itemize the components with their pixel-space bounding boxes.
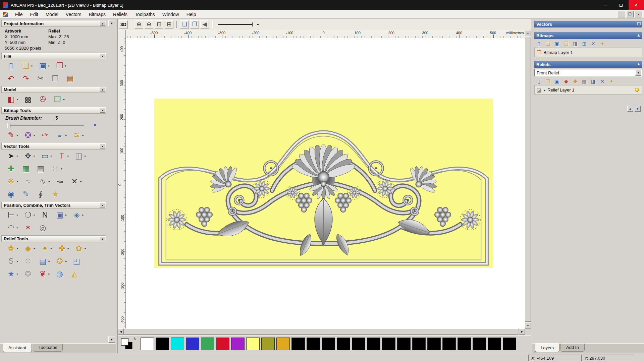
- paint-flyout-arrow[interactable]: ▸: [17, 133, 18, 137]
- scroll-up-arrow[interactable]: ▲: [525, 30, 531, 36]
- block-copy-icon[interactable]: ✚: [6, 164, 16, 173]
- texture-paint-icon[interactable]: ≋: [72, 130, 82, 140]
- create-text-flyout-arrow[interactable]: ▸: [68, 154, 69, 158]
- smooth-polyline-icon[interactable]: ≈: [23, 177, 33, 186]
- dropdown-arrow-icon[interactable]: ▼: [635, 70, 641, 76]
- weld-vectors-icon[interactable]: ◈: [72, 210, 82, 220]
- copy-bitmap-icon[interactable]: ❐: [563, 40, 570, 47]
- model-from-image-icon[interactable]: ❒: [53, 95, 63, 104]
- foreground-colour[interactable]: [121, 338, 128, 346]
- bitmaps-collapse-icon[interactable]: ▲: [637, 33, 641, 38]
- star-wizard-flyout-arrow[interactable]: ▸: [17, 272, 18, 276]
- tab-assistant[interactable]: Assistant: [3, 344, 32, 352]
- menu-reliefs[interactable]: Reliefs: [109, 10, 131, 18]
- open-model-flyout-arrow[interactable]: ▸: [32, 64, 33, 67]
- copy-vectors-icon[interactable]: ❐: [50, 74, 60, 83]
- slider-thumb[interactable]: [7, 123, 10, 128]
- array-copy-flyout-arrow[interactable]: ▸: [61, 167, 63, 170]
- scale-relief-icon[interactable]: ❖: [572, 78, 579, 84]
- palette-swatch-5[interactable]: [216, 338, 229, 350]
- invert-relief-icon[interactable]: ◨: [590, 78, 597, 84]
- zoom-in-icon[interactable]: ⊕: [135, 20, 143, 28]
- swap-colours-icon[interactable]: ↻: [134, 337, 137, 341]
- contrast-bitmap-icon[interactable]: ◨: [572, 40, 579, 47]
- create-text-icon[interactable]: T: [57, 151, 67, 161]
- undo-icon[interactable]: ↶: [6, 74, 16, 83]
- palette-swatch-17[interactable]: [397, 338, 411, 350]
- paste-vectors-icon[interactable]: ▤: [65, 74, 75, 83]
- move-layer-up-button[interactable]: ▲: [627, 106, 633, 112]
- texture-paint-flyout-arrow[interactable]: ▸: [83, 133, 84, 137]
- palette-swatch-9[interactable]: [276, 338, 290, 350]
- sculpting-icon[interactable]: ✦: [40, 244, 50, 253]
- import-export-icon[interactable]: ❒: [55, 61, 65, 70]
- save-model-flyout-arrow[interactable]: ▸: [49, 64, 50, 67]
- mirror-vectors-flyout-arrow[interactable]: ▸: [85, 154, 86, 158]
- envelope-distortion-icon[interactable]: ◰: [72, 256, 82, 266]
- transform-vectors-icon[interactable]: ✥: [23, 151, 33, 161]
- save-model-icon[interactable]: ▣: [38, 61, 48, 70]
- redo-icon[interactable]: ↷: [21, 74, 31, 83]
- two-rail-sweep-flyout-arrow[interactable]: ▸: [85, 247, 86, 250]
- menu-vectors[interactable]: Vectors: [62, 10, 85, 18]
- set-model-size-icon[interactable]: ◧: [6, 95, 16, 104]
- zoom-fit-icon[interactable]: ⊞: [165, 20, 173, 28]
- slider-track[interactable]: [7, 125, 84, 126]
- spin-relief-icon[interactable]: S: [6, 256, 16, 266]
- ring-copy-icon[interactable]: ❍: [23, 210, 33, 220]
- tab-addin[interactable]: Add In: [560, 344, 585, 352]
- array-copy-icon[interactable]: ∷: [50, 164, 60, 173]
- palette-swatch-4[interactable]: [201, 338, 214, 350]
- menu-file[interactable]: File: [11, 10, 26, 18]
- create-rectangle-icon[interactable]: ▭: [40, 151, 50, 161]
- palette-swatch-2[interactable]: [171, 338, 184, 350]
- palette-swatch-8[interactable]: [261, 338, 275, 350]
- menu-toolpaths[interactable]: Toolpaths: [131, 10, 159, 18]
- delete-bitmap-icon[interactable]: ✕: [590, 40, 597, 47]
- palette-swatch-16[interactable]: [382, 338, 395, 350]
- model-from-image-flyout-arrow[interactable]: ▸: [63, 98, 65, 101]
- scroll-right-arrow[interactable]: ▶: [519, 328, 525, 335]
- bitmaps-section-header[interactable]: Bitmaps ▲: [534, 32, 642, 39]
- star-wizard-icon[interactable]: ★: [6, 269, 16, 279]
- ring-copy-flyout-arrow[interactable]: ▸: [34, 213, 36, 217]
- 3d-view-button[interactable]: 3D: [119, 20, 128, 28]
- close-button[interactable]: ×: [629, 0, 644, 10]
- create-arc-icon[interactable]: ∮: [36, 189, 46, 199]
- trim-vectors-icon[interactable]: ◠: [6, 223, 16, 232]
- create-star-icon[interactable]: ★: [50, 189, 60, 199]
- open-bitmap-icon[interactable]: ❏: [545, 40, 551, 47]
- set-model-size-flyout-arrow[interactable]: ▸: [17, 98, 18, 101]
- dome-relief-icon[interactable]: ◍: [55, 269, 65, 279]
- grid-copy-icon[interactable]: ▤: [36, 164, 46, 173]
- cut-curve-icon[interactable]: ✕: [69, 177, 79, 186]
- cut-vectors-icon[interactable]: ✂: [36, 74, 46, 83]
- turn-relief-icon[interactable]: ✪: [55, 256, 65, 266]
- vectors-section-header[interactable]: Vectors ❒: [534, 21, 642, 27]
- delete-relief-icon[interactable]: ✕: [599, 78, 606, 84]
- extrude-relief-flyout-arrow[interactable]: ▸: [49, 259, 50, 263]
- palette-swatch-21[interactable]: [458, 338, 471, 350]
- collapse-button[interactable]: ▲: [100, 203, 105, 207]
- new-relief-icon[interactable]: ▯: [536, 78, 542, 84]
- menu-bitmaps[interactable]: Bitmaps: [85, 10, 110, 18]
- vertical-scroll-thumb[interactable]: [525, 36, 531, 322]
- paint-icon[interactable]: ✎: [6, 130, 16, 140]
- align-vectors-icon[interactable]: ⊢: [6, 210, 16, 220]
- brush-diameter-slider[interactable]: [5, 122, 106, 129]
- flood-fill-icon[interactable]: ◒: [55, 130, 65, 140]
- snap-to-curve-icon[interactable]: ↝: [55, 177, 65, 186]
- palette-swatch-15[interactable]: [367, 338, 380, 350]
- create-circle-icon[interactable]: ◉: [6, 189, 16, 199]
- save-relief-icon[interactable]: ▣: [554, 78, 560, 84]
- vector-select-icon[interactable]: ➤: [6, 151, 16, 161]
- scroll-down-button[interactable]: ▼: [108, 337, 115, 343]
- shape-editor-icon[interactable]: ❁: [6, 244, 16, 253]
- palette-swatch-22[interactable]: [473, 338, 486, 350]
- colour-palette-icon[interactable]: ❂: [23, 130, 33, 140]
- align-vectors-flyout-arrow[interactable]: ▸: [17, 213, 18, 217]
- foreground-background-swatch[interactable]: ↻: [120, 338, 137, 350]
- create-polyline-flyout-arrow[interactable]: ▸: [17, 180, 18, 183]
- scroll-left-arrow[interactable]: ◀: [118, 328, 124, 335]
- nesting-icon[interactable]: N: [40, 210, 50, 220]
